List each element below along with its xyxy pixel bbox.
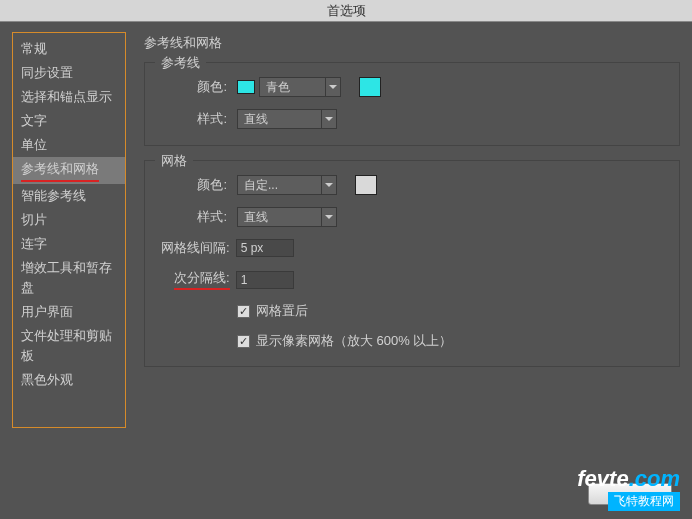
guides-color-preview[interactable] — [359, 77, 381, 97]
guides-style-label: 样式: — [161, 110, 227, 128]
content-area: 常规 同步设置 选择和锚点显示 文字 单位 参考线和网格 智能参考线 切片 连字… — [0, 22, 692, 482]
sidebar-item-slices[interactable]: 切片 — [13, 208, 125, 232]
window-title: 首选项 — [0, 0, 692, 22]
sidebar-item-units[interactable]: 单位 — [13, 133, 125, 157]
grid-subdiv-label: 次分隔线: — [174, 269, 230, 290]
sidebar-item-plugins[interactable]: 增效工具和暂存盘 — [13, 256, 125, 300]
main-panel: 参考线和网格 参考线 颜色: 青色 样式: 直线 网格 颜色: 自定... — [126, 32, 680, 482]
sidebar-item-selection[interactable]: 选择和锚点显示 — [13, 85, 125, 109]
sidebar-item-type[interactable]: 文字 — [13, 109, 125, 133]
guides-legend: 参考线 — [155, 54, 206, 72]
grid-color-select[interactable]: 自定... — [237, 175, 321, 195]
grid-subdiv-input[interactable] — [236, 271, 294, 289]
grid-style-select[interactable]: 直线 — [237, 207, 321, 227]
sidebar: 常规 同步设置 选择和锚点显示 文字 单位 参考线和网格 智能参考线 切片 连字… — [12, 32, 126, 428]
grid-spacing-label: 网格线间隔: — [161, 239, 230, 257]
grid-spacing-input[interactable] — [236, 239, 294, 257]
guides-color-swatch — [237, 80, 255, 94]
grid-legend: 网格 — [155, 152, 193, 170]
guides-style-select[interactable]: 直线 — [237, 109, 321, 129]
sidebar-item-label: 参考线和网格 — [21, 159, 99, 182]
sidebar-item-hyphenation[interactable]: 连字 — [13, 232, 125, 256]
dropdown-arrow-icon[interactable] — [321, 207, 337, 227]
guides-fieldset: 参考线 颜色: 青色 样式: 直线 — [144, 62, 680, 146]
panel-title: 参考线和网格 — [144, 34, 680, 52]
dropdown-arrow-icon[interactable] — [321, 109, 337, 129]
show-pixel-grid-label: 显示像素网格（放大 600% 以上） — [256, 332, 452, 350]
grid-back-checkbox[interactable] — [237, 305, 250, 318]
sidebar-item-sync[interactable]: 同步设置 — [13, 61, 125, 85]
guides-color-select[interactable]: 青色 — [259, 77, 325, 97]
dropdown-arrow-icon[interactable] — [321, 175, 337, 195]
sidebar-item-ui[interactable]: 用户界面 — [13, 300, 125, 324]
grid-color-preview[interactable] — [355, 175, 377, 195]
watermark: fevte.com 飞特教程网 — [577, 466, 680, 511]
sidebar-item-file-clipboard[interactable]: 文件处理和剪贴板 — [13, 324, 125, 368]
guides-color-label: 颜色: — [161, 78, 227, 96]
grid-style-label: 样式: — [161, 208, 227, 226]
sidebar-item-smart-guides[interactable]: 智能参考线 — [13, 184, 125, 208]
grid-back-label: 网格置后 — [256, 302, 308, 320]
grid-fieldset: 网格 颜色: 自定... 样式: 直线 网格线间隔: 次分隔线: — [144, 160, 680, 367]
sidebar-item-general[interactable]: 常规 — [13, 37, 125, 61]
show-pixel-grid-checkbox[interactable] — [237, 335, 250, 348]
grid-color-label: 颜色: — [161, 176, 227, 194]
sidebar-item-guides-grid[interactable]: 参考线和网格 — [13, 157, 125, 184]
sidebar-item-black[interactable]: 黑色外观 — [13, 368, 125, 392]
dropdown-arrow-icon[interactable] — [325, 77, 341, 97]
